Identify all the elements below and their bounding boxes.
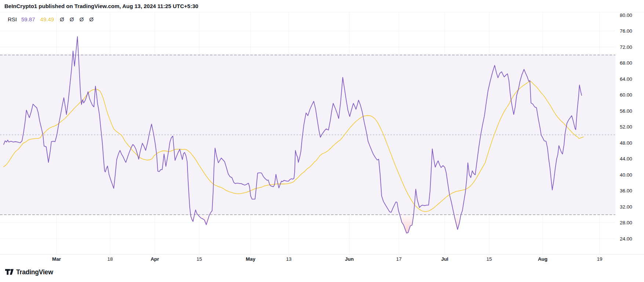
price-axis-label: 56.00 bbox=[620, 108, 632, 114]
rsi-chart-canvas[interactable]: 80.0076.0072.0068.0064.0060.0056.0052.00… bbox=[0, 0, 644, 282]
price-axis-label: 24.00 bbox=[620, 236, 632, 242]
price-axis-label: 36.00 bbox=[620, 188, 632, 194]
price-axis-label: 32.00 bbox=[620, 204, 632, 210]
tradingview-watermark-link[interactable]: TradingView bbox=[5, 268, 53, 276]
time-axis[interactable]: Mar18Apr15May13Jun17Jul15Aug19 bbox=[52, 256, 603, 262]
price-axis-label: 28.00 bbox=[620, 220, 632, 225]
price-axis-label: 64.00 bbox=[620, 76, 632, 82]
published-chart-page: BeInCrypto1 published on TradingView.com… bbox=[0, 0, 644, 282]
price-axis[interactable]: 80.0076.0072.0068.0064.0060.0056.0052.00… bbox=[620, 12, 632, 242]
price-axis-label: 80.00 bbox=[620, 12, 632, 18]
time-axis-label: Jun bbox=[345, 256, 354, 262]
tradingview-wordmark: TradingView bbox=[16, 268, 53, 276]
indicator-name-label[interactable]: RSI bbox=[8, 16, 17, 23]
price-axis-label: 76.00 bbox=[620, 28, 632, 34]
time-axis-label: 19 bbox=[597, 256, 602, 262]
hidden-plot-placeholder-icon[interactable]: Ø bbox=[70, 16, 74, 22]
price-axis-label: 60.00 bbox=[620, 92, 632, 98]
rsi-ma-value: 49.49 bbox=[40, 16, 54, 23]
hidden-plot-placeholder-icon[interactable]: Ø bbox=[79, 16, 84, 22]
time-axis-label: 15 bbox=[196, 256, 202, 262]
time-axis-label: 15 bbox=[486, 256, 492, 262]
price-axis-label: 44.00 bbox=[620, 156, 632, 162]
oversold-area-fill bbox=[400, 215, 414, 233]
hidden-plot-placeholder-icon[interactable]: Ø bbox=[89, 16, 94, 22]
price-axis-label: 40.00 bbox=[620, 172, 632, 178]
time-axis-label: Apr bbox=[150, 256, 159, 262]
time-axis-label: Jul bbox=[441, 256, 448, 262]
time-axis-label: 13 bbox=[286, 256, 291, 262]
price-axis-label: 72.00 bbox=[620, 44, 632, 50]
indicator-legend[interactable]: RSI 59.87 49.49 ØØØØ bbox=[8, 16, 99, 23]
time-axis-label: May bbox=[246, 256, 256, 262]
time-axis-label: 18 bbox=[107, 256, 113, 262]
price-axis-label: 68.00 bbox=[620, 60, 632, 66]
price-axis-label: 52.00 bbox=[620, 124, 632, 130]
rsi-value: 59.87 bbox=[21, 16, 35, 23]
time-axis-label: Aug bbox=[538, 256, 547, 262]
oversold-area-fill bbox=[454, 215, 461, 229]
time-axis-label: Mar bbox=[52, 256, 61, 262]
tradingview-logo-icon bbox=[5, 268, 14, 276]
price-axis-label: 48.00 bbox=[620, 140, 632, 146]
time-axis-label: 17 bbox=[396, 256, 401, 262]
legend-placeholder-group: ØØØØ bbox=[60, 16, 99, 23]
hidden-plot-placeholder-icon[interactable]: Ø bbox=[60, 16, 64, 22]
